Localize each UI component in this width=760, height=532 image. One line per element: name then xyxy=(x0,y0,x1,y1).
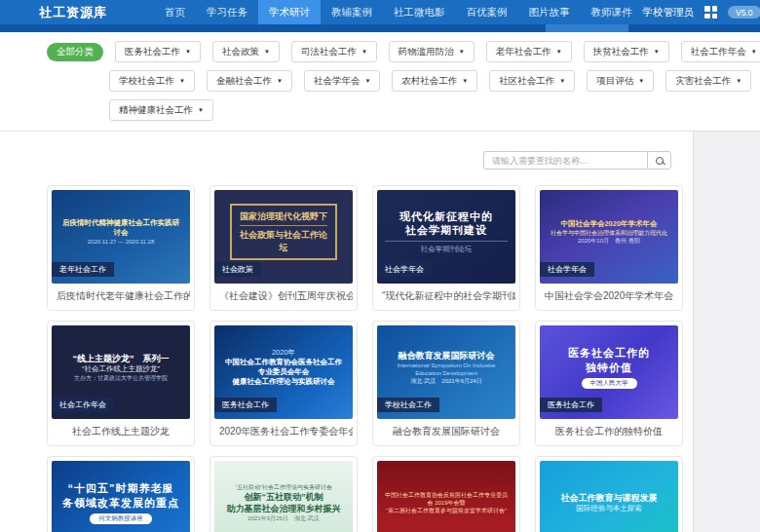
resource-card[interactable]: 后疫情时代精神健康社会工作实践研讨会2020.11.27 — 2020.11.2… xyxy=(47,185,195,311)
card-title[interactable]: 2020年医务社会工作专委会年会 暨... xyxy=(214,419,353,445)
nav-item[interactable]: 教师课件 xyxy=(581,0,643,24)
resource-card[interactable]: 国家治理现代化视野下社会政策与社会工作论坛 社会政策 《社会建设》创刊五周年庆祝… xyxy=(209,185,358,311)
category-button[interactable]: 社会政策▼ xyxy=(212,41,280,62)
thumbnail-text: 中国社会工作教育协会反贫困社会工作专业委员会 2019年会暨 xyxy=(385,491,508,507)
thumbnail-text: 中国社会工作教育协会医务社会工作专业委员会年会 xyxy=(222,358,345,377)
resource-card[interactable]: 2020年中国社会工作教育协会医务社会工作专业委员会年会健康社会工作理论与实践研… xyxy=(209,321,358,446)
nav-item[interactable]: 学习任务 xyxy=(196,0,258,24)
resource-card[interactable]: 融合教育发展国际研讨会International Symposium On In… xyxy=(372,321,520,446)
category-button[interactable]: 精神健康社会工作▼ xyxy=(109,99,213,121)
chevron-down-icon: ▼ xyxy=(185,49,191,55)
category-button[interactable]: 农村社会工作▼ xyxy=(392,70,477,92)
apps-grid-icon[interactable] xyxy=(704,6,717,19)
search-button[interactable] xyxy=(647,151,671,170)
search-icon xyxy=(656,157,664,165)
card-thumbnail[interactable]: 中国社会工作教育协会反贫困社会工作专业委员会 2019年会暨“第二届社会工作教育… xyxy=(377,461,515,532)
category-button[interactable]: 扶贫社会工作▼ xyxy=(584,41,669,62)
category-badge: 医务社会工作 xyxy=(540,398,602,412)
card-thumbnail[interactable]: 医务社会工作的独特价值中国人民大学医务社会工作 xyxy=(540,325,678,419)
category-label: 农村社会工作 xyxy=(401,75,457,88)
nav-item[interactable]: 首页 xyxy=(154,0,196,24)
thumbnail-text: 现代化新征程中的 xyxy=(385,209,508,224)
thumbnail-text: 2020.11.27 — 2020.11.28 xyxy=(59,238,182,246)
nav-item[interactable]: 图片故事 xyxy=(518,0,581,24)
card-title[interactable]: 融合教育发展国际研讨会 xyxy=(377,419,515,445)
thumbnail-text xyxy=(240,225,328,226)
card-thumbnail[interactable]: 国家治理现代化视野下社会政策与社会工作论坛 社会政策 xyxy=(214,190,353,284)
card-thumbnail[interactable]: 中国社会学会2020年学术年会社会学与中国社会治理体系和治理能力现代化2020年… xyxy=(540,190,678,284)
thumbnail-text: “第二届社会工作教育参与脱贫攻坚学术研讨会” xyxy=(385,507,508,514)
nav-item[interactable]: 教辅案例 xyxy=(321,0,383,24)
thumbnail-text xyxy=(385,241,508,242)
card-thumbnail[interactable]: 后疫情时代精神健康社会工作实践研讨会2020.11.27 — 2020.11.2… xyxy=(52,190,190,284)
category-label: 社会工作年会 xyxy=(691,46,746,58)
card-thumbnail[interactable]: “线上主题沙龙” 系列一“社会工作线上主题沙龙”主办方：甘肃政法大学公共管理学院… xyxy=(52,325,190,419)
nav-item[interactable]: 百优案例 xyxy=(456,0,518,24)
resource-card[interactable]: 中国社会工作教育协会反贫困社会工作专业委员会 2019年会暨“第二届社会工作教育… xyxy=(372,456,520,532)
category-label: 灾害社会工作 xyxy=(675,75,731,88)
thumbnail-text: 社会工作教育与课程发展 xyxy=(548,492,670,504)
nav-item[interactable]: 学术研讨 xyxy=(258,0,321,24)
thumbnail-text: 后疫情时代精神健康社会工作实践研讨会 xyxy=(59,218,182,238)
resource-card[interactable]: 社会工作教育与课程发展国际经验与本土探索社会工作年会 社会工作教育与课程发展：国… xyxy=(535,456,683,532)
thumbnail-text: 融合教育发展国际研讨会 xyxy=(385,350,508,361)
card-title[interactable]: 医务社会工作的独特价值 xyxy=(540,419,678,445)
category-button[interactable]: 医务社会工作▼ xyxy=(115,41,201,62)
app-logo: 社工资源库 xyxy=(39,4,107,21)
category-button[interactable]: 药物滥用防治▼ xyxy=(389,41,475,62)
card-thumbnail[interactable]: “五社联动”社会工作理论与实务研讨会创新“五社联动”机制助力基层社会治理和乡村振… xyxy=(214,461,353,532)
category-button[interactable]: 金融社会工作▼ xyxy=(207,70,292,92)
chevron-down-icon: ▼ xyxy=(179,78,185,84)
resource-card[interactable]: “五社联动”社会工作理论与实务研讨会创新“五社联动”机制助力基层社会治理和乡村振… xyxy=(209,456,358,532)
chevron-down-icon: ▼ xyxy=(198,107,204,113)
filter-row: 全部分类医务社会工作▼社会政策▼司法社会工作▼药物滥用防治▼老年社会工作▼扶贫社… xyxy=(47,41,760,62)
category-label: 医务社会工作 xyxy=(125,46,180,58)
category-button[interactable]: 社会工作年会▼ xyxy=(681,41,760,62)
search-input[interactable] xyxy=(483,151,647,170)
content-panel: 后疫情时代精神健康社会工作实践研讨会2020.11.27 — 2020.11.2… xyxy=(0,132,694,532)
card-thumbnail[interactable]: 社会工作教育与课程发展国际经验与本土探索社会工作年会 xyxy=(540,461,678,532)
user-role-label[interactable]: 学校管理员 xyxy=(643,6,695,19)
resource-card[interactable]: “十四五”时期养老服务领域改革发展的重点何文炯教授讲座老年社会工作 何文炯教授讲… xyxy=(47,456,195,532)
thumbnail-text: 国家治理现代化视野下 xyxy=(240,210,328,222)
chevron-down-icon: ▼ xyxy=(459,49,465,55)
category-button[interactable]: 项目评估▼ xyxy=(587,70,654,92)
thumbnail-text: 何文炯教授讲座 xyxy=(90,513,152,524)
category-badge: 社会政策 xyxy=(214,262,261,277)
card-title[interactable]: 社会工作线上主题沙龙 xyxy=(52,419,190,445)
category-label: 社会政策 xyxy=(222,46,259,58)
card-thumbnail[interactable]: “十四五”时期养老服务领域改革发展的重点何文炯教授讲座老年社会工作 xyxy=(52,461,190,532)
resource-card[interactable]: 现代化新征程中的社会学期刊建设社会学期刊论坛社会学年会 “现代化新征程中的社会学… xyxy=(372,185,520,311)
chevron-down-icon: ▼ xyxy=(364,78,370,84)
card-thumbnail[interactable]: 融合教育发展国际研讨会International Symposium On In… xyxy=(377,325,515,419)
nav-item[interactable]: 社工微电影 xyxy=(383,0,456,24)
chevron-down-icon: ▼ xyxy=(559,78,565,84)
all-categories-button[interactable]: 全部分类 xyxy=(47,43,103,61)
category-button[interactable]: 学校社会工作▼ xyxy=(109,70,195,92)
category-button[interactable]: 司法社会工作▼ xyxy=(291,41,377,62)
card-title[interactable]: 中国社会学会2020年学术年会 xyxy=(540,284,678,310)
thumbnail-text: 中国人民大学 xyxy=(582,378,637,389)
category-button[interactable]: 社会学年会▼ xyxy=(304,70,380,92)
chevron-down-icon: ▼ xyxy=(736,78,741,84)
card-title[interactable]: 《社会建设》创刊五周年庆祝会暨... xyxy=(214,284,353,310)
card-grid: 后疫情时代精神健康社会工作实践研讨会2020.11.27 — 2020.11.2… xyxy=(0,170,693,532)
chevron-down-icon: ▼ xyxy=(654,49,660,55)
nav-items: 首页学习任务学术研讨教辅案例社工微电影百优案例图片故事教师课件 xyxy=(154,0,643,24)
category-button[interactable]: 社区社会工作▼ xyxy=(489,70,575,92)
category-badge: 社会学年会 xyxy=(540,262,594,277)
card-title[interactable]: 后疫情时代老年健康社会工作的应... xyxy=(52,284,190,310)
card-title[interactable]: “现代化新征程中的社会学期刊建... xyxy=(377,284,515,310)
chevron-down-icon: ▼ xyxy=(556,49,562,55)
resource-card[interactable]: “线上主题沙龙” 系列一“社会工作线上主题沙龙”主办方：甘肃政法大学公共管理学院… xyxy=(47,321,195,446)
thumbnail-text: 社会政策与社会工作论坛 xyxy=(240,229,328,252)
card-thumbnail[interactable]: 现代化新征程中的社会学期刊建设社会学期刊论坛社会学年会 xyxy=(377,190,515,284)
thumbnail-text: 2021年9月25日 湖北·武汉 xyxy=(222,514,345,522)
category-button[interactable]: 老年社会工作▼ xyxy=(486,41,572,62)
category-button[interactable]: 灾害社会工作▼ xyxy=(665,70,751,92)
filter-row: 精神健康社会工作▼ xyxy=(109,99,760,121)
resource-card[interactable]: 医务社会工作的独特价值中国人民大学医务社会工作 医务社会工作的独特价值 xyxy=(535,321,683,446)
card-thumbnail[interactable]: 2020年中国社会工作教育协会医务社会工作专业委员会年会健康社会工作理论与实践研… xyxy=(214,325,353,419)
category-badge: 社会学年会 xyxy=(377,262,432,277)
resource-card[interactable]: 中国社会学会2020年学术年会社会学与中国社会治理体系和治理能力现代化2020年… xyxy=(535,185,683,311)
